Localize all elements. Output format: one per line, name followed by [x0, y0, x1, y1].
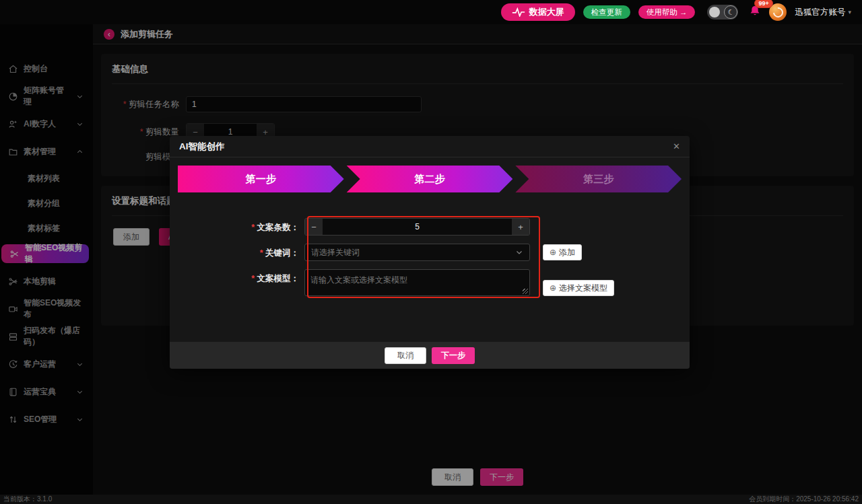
- data-screen-button[interactable]: 数据大屏: [501, 3, 575, 21]
- step-3: 第三步: [515, 166, 682, 192]
- check-update-button[interactable]: 检查更新: [583, 5, 630, 19]
- step-indicator: 第一步第二步第三步: [178, 166, 682, 192]
- modal-title: AI智能创作: [179, 141, 225, 153]
- chevron-down-icon: ▾: [848, 9, 851, 15]
- copy-model-placeholder: 请输入文案或选择文案模型: [310, 275, 407, 285]
- keyword-add-button[interactable]: ⊕ 添加: [543, 244, 582, 260]
- check-update-label: 检查更新: [591, 7, 622, 17]
- step-1: 第一步: [178, 166, 344, 192]
- ai-create-modal: AI智能创作 ✕ 第一步第二步第三步 文案条数： − 5 + 关键词：: [170, 136, 690, 369]
- keyword-label: 关键词：: [170, 244, 304, 259]
- keyword-row: 关键词： 请选择关键词: [170, 244, 690, 261]
- circle-plus-icon: ⊕: [550, 283, 556, 293]
- model-select-button[interactable]: ⊕ 选择文案模型: [543, 280, 614, 296]
- keyword-placeholder: 请选择关键词: [311, 247, 360, 258]
- circle-plus-icon: ⊕: [550, 248, 556, 257]
- copy-model-textarea[interactable]: 请输入文案或选择文案模型: [304, 269, 530, 296]
- copy-model-label: 文案模型：: [170, 269, 304, 285]
- pulse-icon: [512, 7, 525, 17]
- app-root: 数据大屏 检查更新 使用帮助 → ☾ 99+ 迅狐官方账号 ▾ 控制台矩阵账号管…: [0, 0, 862, 504]
- modal-footer: 取消 下一步: [170, 342, 690, 369]
- step-label: 第二步: [415, 173, 445, 186]
- step-label: 第三步: [583, 173, 614, 186]
- plus-button[interactable]: +: [512, 219, 529, 235]
- copy-count-value[interactable]: 5: [323, 219, 512, 235]
- topbar: 数据大屏 检查更新 使用帮助 → ☾ 99+ 迅狐官方账号 ▾: [0, 0, 862, 24]
- minus-button[interactable]: −: [305, 219, 323, 235]
- theme-toggle[interactable]: ☾: [707, 5, 738, 20]
- resize-grip-icon[interactable]: [523, 289, 528, 294]
- account-menu[interactable]: 迅狐官方账号 ▾: [795, 7, 851, 18]
- keyword-select[interactable]: 请选择关键词: [304, 244, 530, 261]
- modal-next-button[interactable]: 下一步: [432, 347, 475, 364]
- step-2: 第二步: [347, 166, 513, 192]
- account-name: 迅狐官方账号: [795, 7, 845, 18]
- step-label: 第一步: [246, 173, 276, 186]
- help-label: 使用帮助 →: [646, 7, 688, 17]
- keyword-add-label: 添加: [559, 247, 575, 258]
- copy-count-label: 文案条数：: [170, 218, 304, 233]
- modal-header: AI智能创作 ✕: [170, 136, 690, 157]
- notification-bell[interactable]: 99+: [749, 5, 761, 20]
- chevron-down-icon: [515, 248, 523, 256]
- copy-count-row: 文案条数： − 5 +: [170, 218, 690, 236]
- copy-count-stepper: − 5 +: [304, 218, 530, 236]
- close-icon[interactable]: ✕: [673, 141, 680, 151]
- notification-badge: 99+: [754, 0, 772, 8]
- modal-cancel-button[interactable]: 取消: [385, 347, 426, 364]
- model-select-label: 选择文案模型: [559, 283, 607, 294]
- data-screen-label: 数据大屏: [529, 6, 564, 18]
- help-button[interactable]: 使用帮助 →: [638, 5, 696, 19]
- toggle-knob-icon: [709, 7, 720, 17]
- moon-icon: ☾: [724, 5, 737, 19]
